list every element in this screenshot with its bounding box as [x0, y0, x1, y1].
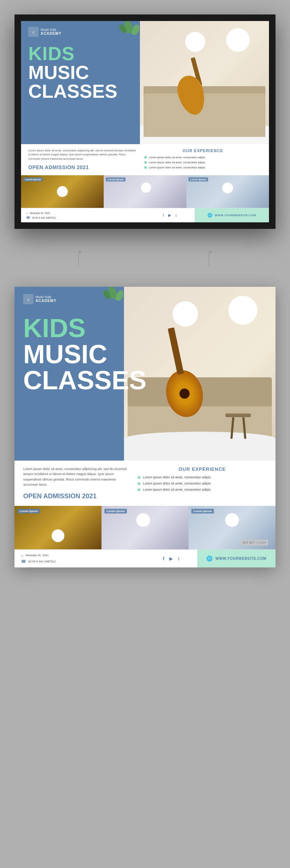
hanging-wires	[14, 251, 276, 265]
youtube-icon[interactable]: ▶	[168, 213, 171, 218]
large-strip-label-3: Lorem Ipsum	[191, 509, 214, 513]
main-photo	[140, 21, 269, 144]
large-strip-2: Lorem Ipsum	[102, 506, 188, 549]
large-strip-face-3	[225, 513, 239, 527]
experience-title: OUR EXPERIENCE	[144, 148, 262, 153]
strip-label-2: Lorem Ipsum	[106, 177, 125, 181]
address-icon: ⌂	[26, 211, 28, 215]
experience-item-1: Lorem ipsum dolor sit amet, consectetur …	[144, 156, 262, 159]
large-exp-item-3: Lorem ipsum dolor sit amet, consectetur …	[138, 488, 267, 491]
large-strip-label-2: Lorem Ipsum	[104, 509, 127, 513]
headline-music: MUSIC	[28, 63, 133, 82]
large-exp-item-2: Lorem ipsum dolor sit amet, consectetur …	[138, 482, 267, 485]
strip-face-3	[222, 183, 233, 193]
person-face-1	[185, 32, 205, 52]
info-section: Lorem ipsum dolor sit amet, consectetur …	[21, 144, 269, 175]
facebook-icon[interactable]: f	[163, 213, 164, 218]
logo-bottom-text: ACADEMY	[41, 32, 62, 35]
large-logo-bottom: ACADEMY	[36, 299, 57, 303]
globe-icon: 🌐	[207, 213, 212, 218]
watermark: 素材 编号: 712434	[240, 540, 268, 546]
large-website-url: WWW.YOURWEBSITE.COM	[215, 557, 266, 561]
bullet-2	[144, 161, 147, 164]
large-address: ⌂ Alvarado St. 1531	[21, 553, 138, 558]
large-strip-label-1: Lorem Ipsum	[17, 509, 40, 513]
large-youtube-icon[interactable]: ▶	[169, 556, 173, 561]
large-phone: ☎ 00 54 9 341 6487512	[21, 559, 138, 564]
large-bullet-3	[138, 488, 140, 491]
strip-label-3: Lorem Ipsum	[188, 177, 208, 181]
footer-contact-section: ⌂ Alvarado St. 1531 ☎ 00 54 9 341 648751…	[21, 208, 145, 222]
poster-1: ♪ Music Kids ACADEMY KIDS MUSIC CLASSES	[21, 21, 269, 222]
large-footer-left: ⌂ Alvarado St. 1531 ☎ 00 54 9 341 648751…	[14, 550, 145, 567]
experience-item-2: Lorem ipsum dolor sit amet, consectetur …	[144, 161, 262, 164]
large-facebook-icon[interactable]: f	[163, 556, 164, 561]
large-bullet-2	[138, 482, 140, 485]
open-admission: OPEN ADMISSION 2021	[28, 164, 137, 170]
large-logo-top: Music Kids	[36, 295, 57, 299]
large-photo-strip: Lorem Ipsum Lorem Ipsum Lorem Ipsum	[14, 506, 276, 549]
headline-kids: KIDS	[28, 44, 133, 63]
large-strip-1: Lorem Ipsum	[14, 506, 102, 549]
large-music-icon: ♪	[23, 294, 33, 304]
large-left-panel: ♪ Music Kids ACADEMY KIDS MUSIC CLASSES	[14, 287, 124, 461]
large-headline-music: MUSIC	[23, 341, 115, 367]
strip-label-1: Lorem Ipsum	[23, 177, 43, 181]
frame-wrapper: ♪ Music Kids ACADEMY KIDS MUSIC CLASSES	[14, 14, 276, 229]
strip-photo-1: Lorem Ipsum	[21, 175, 104, 208]
logo-top-text: Music Kids	[41, 28, 62, 32]
footer-address: ⌂ Alvarado St. 1531	[26, 211, 140, 215]
large-globe-icon: 🌐	[206, 555, 212, 561]
bullet-3	[144, 166, 147, 169]
experience-item-3: Lorem ipsum dolor sit amet, consectetur …	[144, 166, 262, 169]
large-footer: ⌂ Alvarado St. 1531 ☎ 00 54 9 341 648751…	[14, 549, 276, 567]
large-person-1	[173, 301, 198, 327]
person-face-2	[226, 28, 250, 52]
photo-strip: Lorem Ipsum Lorem Ipsum Lorem Ipsum	[21, 175, 269, 208]
poster-2-wrapper: ♪ Music Kids ACADEMY KIDS MUSIC CLASSES	[14, 287, 276, 567]
large-open-admission: OPEN ADMISSION 2021	[23, 492, 129, 500]
plant-decoration	[120, 21, 138, 50]
large-plant	[104, 287, 122, 316]
large-twitter-icon[interactable]: t	[178, 556, 179, 561]
large-phone-icon: ☎	[21, 559, 26, 564]
strip-face-1	[57, 186, 68, 197]
footer-website: 🌐 WWW.YOURWEBSITE.COM	[195, 208, 269, 222]
footer-social: f ▶ t	[145, 208, 195, 222]
large-info: Lorem ipsum dolor sit amet, consectetur …	[14, 461, 276, 506]
strip-face-2	[141, 183, 151, 193]
large-description: Lorem ipsum dolor sit amet, consectetur …	[23, 466, 129, 487]
large-person-2	[228, 296, 257, 325]
strip-photo-2: Lorem Ipsum	[104, 175, 186, 208]
large-logo: ♪ Music Kids ACADEMY	[23, 294, 115, 304]
headline-classes: CLASSES	[28, 82, 133, 101]
phone-icon: ☎	[26, 216, 30, 219]
description-text: Lorem ipsum dolor sit amet, consectetur …	[28, 148, 137, 161]
footer-phone: ☎ 00 54 9 341 6487512	[26, 216, 140, 219]
large-exp-title: OUR EXPERIENCE	[138, 466, 267, 472]
large-photo-area	[124, 287, 276, 461]
logo-area: ♪ Music Kids ACADEMY	[28, 27, 133, 37]
twitter-icon[interactable]: t	[175, 213, 177, 218]
large-headline-classes: CLASSES	[23, 367, 115, 393]
bullet-1	[144, 156, 147, 159]
large-footer-website: 🌐 WWW.YOURWEBSITE.COM	[197, 550, 276, 567]
footer: ⌂ Alvarado St. 1531 ☎ 00 54 9 341 648751…	[21, 208, 269, 222]
large-strip-face-2	[136, 513, 150, 527]
strip-photo-3: Lorem Ipsum	[186, 175, 269, 208]
large-exp-item-1: Lorem ipsum dolor sit amet, consectetur …	[138, 475, 267, 479]
large-info-left: Lorem ipsum dolor sit amet, consectetur …	[23, 466, 129, 500]
website-url: WWW.YOURWEBSITE.COM	[215, 214, 256, 217]
large-top: ♪ Music Kids ACADEMY KIDS MUSIC CLASSES	[14, 287, 276, 461]
music-note-icon: ♪	[28, 27, 38, 37]
large-bullet-1	[138, 476, 140, 479]
large-social: f ▶ t	[145, 550, 197, 567]
large-address-icon: ⌂	[21, 553, 24, 558]
large-strip-face-1	[52, 529, 65, 542]
large-headline-kids: KIDS	[23, 315, 115, 341]
large-info-right: OUR EXPERIENCE Lorem ipsum dolor sit ame…	[138, 466, 267, 500]
